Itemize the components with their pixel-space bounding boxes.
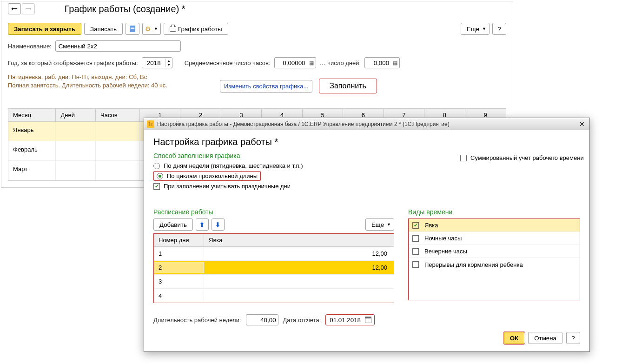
avg-days-label: … число дней: <box>320 60 361 66</box>
settings-dropdown-button[interactable]: ⚙▼ <box>142 23 161 35</box>
avg-days-field[interactable]: ▦ <box>364 57 400 68</box>
write-and-close-button[interactable]: Записать и закрыть <box>8 23 81 35</box>
change-properties-link[interactable]: Изменить свойства графика... <box>220 80 312 93</box>
print-schedule-label: График работы <box>178 26 222 33</box>
dialog-title: Настройка графика работы * <box>153 137 580 147</box>
radio-weekdays-label: По дням недели (пятидневка, шестидневка … <box>164 162 303 169</box>
year-label: Год, за который отображается график рабо… <box>8 60 138 66</box>
radio-icon <box>153 163 160 169</box>
radio-by-cycles[interactable]: По циклам произвольной длины <box>153 171 580 181</box>
dialog-window-title: Настройка графика работы - Демонстрацион… <box>157 121 577 127</box>
list-view-button[interactable] <box>126 23 139 35</box>
change-properties-label: Изменить свойства графика... <box>224 83 308 90</box>
printer-icon <box>170 26 176 32</box>
avg-hours-field[interactable]: ▦ <box>274 57 316 68</box>
nav-back-button[interactable]: 🠔 <box>8 3 21 14</box>
app-icon: 1c <box>147 120 154 128</box>
chevron-down-icon: ▼ <box>154 26 158 31</box>
write-button[interactable]: Записать <box>84 23 123 35</box>
avg-hours-label: Среднемесячное число часов: <box>185 60 271 66</box>
month-cell: Февраль <box>8 141 56 160</box>
holidays-label: При заполнении учитывать праздничные дни <box>164 183 291 189</box>
help-button[interactable]: ? <box>492 23 506 35</box>
chevron-down-icon: ▼ <box>482 26 486 31</box>
summed-time-checkbox[interactable] <box>460 155 467 161</box>
more-button[interactable]: Еще▼ <box>461 23 489 35</box>
nav-forward-button: 🠖 <box>22 3 35 14</box>
print-schedule-button[interactable]: График работы <box>164 23 228 35</box>
name-label: Наименование: <box>8 43 52 50</box>
gear-icon: ⚙ <box>145 25 151 33</box>
month-cell: Январь <box>8 122 56 141</box>
avg-days-input[interactable] <box>368 59 390 67</box>
month-cell: Март <box>8 161 56 180</box>
summed-time-label: Суммированный учет рабочего времени <box>470 154 584 161</box>
calculator-icon[interactable]: ▦ <box>392 60 398 66</box>
dialog-titlebar[interactable]: 1c Настройка графика работы - Демонстрац… <box>144 118 589 130</box>
radio-icon <box>157 173 163 179</box>
radio-cycles-label: По циклам произвольной длины <box>167 172 258 179</box>
col-hours: Часов <box>96 109 140 121</box>
col-days: Дней <box>56 109 96 121</box>
year-spinner[interactable]: ▲▼ <box>142 57 172 68</box>
close-button[interactable]: ✕ <box>577 120 587 128</box>
dialog-body: Настройка графика работы * Способ заполн… <box>144 130 589 189</box>
schedule-settings-dialog: 1c Настройка графика работы - Демонстрац… <box>144 118 590 189</box>
page-title: График работы (создание) * <box>65 4 185 14</box>
more-label: Еще <box>467 26 479 33</box>
avg-hours-input[interactable] <box>278 59 306 67</box>
main-toolbar: Записать и закрыть Записать ⚙▼ График ра… <box>8 23 506 35</box>
calculator-icon[interactable]: ▦ <box>308 60 315 66</box>
holidays-checkbox[interactable] <box>153 183 160 189</box>
name-input[interactable] <box>55 40 181 52</box>
year-down[interactable]: ▼ <box>166 63 172 67</box>
year-up[interactable]: ▲ <box>166 59 172 63</box>
fill-button[interactable]: Заполнить <box>319 79 377 93</box>
holidays-checkbox-row[interactable]: При заполнении учитывать праздничные дни <box>153 183 580 189</box>
col-month: Месяц <box>8 109 56 121</box>
list-icon <box>130 26 135 32</box>
year-input[interactable] <box>142 58 165 67</box>
radio-by-weekdays[interactable]: По дням недели (пятидневка, шестидневка … <box>153 162 580 169</box>
